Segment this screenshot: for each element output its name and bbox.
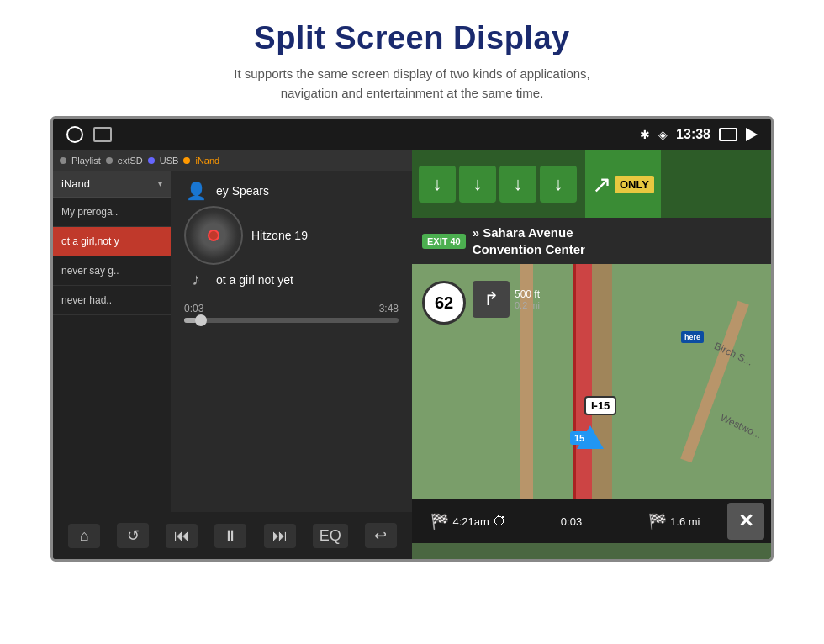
exit-badge: EXIT 40	[422, 234, 466, 249]
music-player-panel: Playlist extSD USB iNand iNand ▾ My prer…	[53, 150, 412, 559]
artist-row: 👤 ey Spears	[184, 181, 399, 201]
page-subtitle: It supports the same screen display of t…	[17, 65, 807, 103]
navigation-panel: ↓ ↓ ↓ ↓ ↗ ONLY EXIT 40 » Sahara AvenueCo…	[412, 150, 771, 559]
i15-value: 15	[574, 433, 584, 443]
travel-time-value: 0:03	[561, 515, 582, 528]
nav-destination: » Sahara AvenueConvention Center	[473, 224, 585, 257]
device-frame: ✱ ◈ 13:38 Playlist extSD USB iNand	[50, 116, 774, 562]
status-right: ✱ ◈ 13:38	[640, 127, 758, 142]
nav-arrow-4: ↓	[540, 166, 577, 203]
location-icon: ◈	[658, 128, 668, 141]
map-label-west: Westwo...	[718, 412, 763, 441]
nav-close-button[interactable]: ✕	[727, 503, 764, 540]
eq-button[interactable]: EQ	[313, 524, 348, 548]
highway-label: I-15	[591, 399, 610, 412]
playlist-sidebar: iNand ▾ My preroga.. ot a girl,not y nev…	[53, 171, 171, 512]
source-selector[interactable]: iNand ▾	[53, 171, 171, 198]
status-time: 13:38	[676, 127, 710, 142]
player-controls-area: 👤 ey Spears Hitzone 19	[171, 171, 412, 512]
arrival-time-value: 4:21am	[452, 515, 489, 528]
progress-section: 0:03 3:48	[184, 303, 399, 323]
track-album: Hitzone 19	[251, 229, 308, 242]
turn-total-dist: 0.2 mi	[515, 300, 540, 310]
inand-label[interactable]: iNand	[195, 156, 219, 166]
source-selector-label: iNand	[61, 177, 90, 190]
extsd-dot	[106, 157, 113, 164]
i15-badge: 15	[570, 431, 589, 445]
nav-exit-banner: EXIT 40 » Sahara AvenueConvention Center	[412, 218, 771, 264]
music-icon: ♪	[184, 270, 208, 289]
nav-top-banner: ↓ ↓ ↓ ↓ ↗ ONLY	[412, 150, 771, 218]
here-logo: here	[681, 331, 704, 343]
nav-remaining-dist: 🏁 1.6 mi	[625, 512, 724, 531]
nav-travel-time: 0:03	[521, 515, 621, 528]
turn-distance-ft: 500 ft	[515, 288, 540, 300]
back-button[interactable]: ↩	[365, 523, 397, 548]
remaining-dist-value: 1.6 mi	[670, 515, 700, 528]
playlist-dot	[60, 157, 66, 164]
playlist-item-3[interactable]: never say g..	[53, 256, 171, 286]
pause-button[interactable]: ⏸	[214, 524, 246, 548]
turn-distance: 500 ft 0.2 mi	[515, 288, 540, 310]
playlist-item-1[interactable]: My preroga..	[53, 198, 171, 227]
map-road-1	[592, 264, 612, 499]
repeat-button[interactable]: ↺	[117, 523, 149, 548]
playlist-label[interactable]: Playlist	[71, 156, 101, 166]
nav-bottom-bar: 🏁 4:21am ⏱ 0:03 🏁 1.6 mi ✕	[412, 499, 771, 543]
extsd-label[interactable]: extSD	[118, 156, 143, 166]
image-icon	[93, 127, 112, 142]
nav-arrow-2: ↓	[459, 166, 496, 203]
progress-times: 0:03 3:48	[184, 303, 399, 314]
clock-icon: ⏱	[493, 514, 506, 529]
circle-icon	[66, 126, 83, 143]
track-artist: ey Spears	[216, 184, 269, 198]
usb-dot	[148, 157, 155, 164]
flag-end-icon: 🏁	[648, 512, 667, 531]
screen-icon	[719, 128, 737, 141]
disc-icon	[184, 206, 243, 265]
turn-icon: ↱	[473, 281, 510, 318]
page-title: Split Screen Display	[17, 20, 807, 56]
status-left	[66, 126, 112, 143]
page-header: Split Screen Display It supports the sam…	[0, 0, 824, 116]
highway-badge: I-15	[584, 396, 616, 415]
title-row: ♪ ot a girl not yet	[184, 270, 399, 289]
progress-bar[interactable]	[184, 318, 399, 323]
usb-label[interactable]: USB	[160, 156, 179, 166]
bluetooth-icon: ✱	[640, 128, 650, 141]
nav-arrival-time: 🏁 4:21am ⏱	[419, 512, 518, 531]
time-elapsed: 0:03	[184, 303, 203, 314]
flag-start-icon: 🏁	[430, 512, 449, 531]
playlist-item-4[interactable]: never had..	[53, 286, 171, 315]
speed-limit-value: 62	[435, 293, 453, 313]
split-content: Playlist extSD USB iNand iNand ▾ My prer…	[53, 150, 771, 559]
album-row: Hitzone 19	[184, 206, 399, 265]
nav-direction-arrow: ↗	[592, 171, 611, 198]
nav-arrow-1: ↓	[419, 166, 456, 203]
next-button[interactable]: ⏭	[264, 524, 296, 548]
only-badge: ONLY	[615, 176, 654, 193]
player-main: iNand ▾ My preroga.. ot a girl,not y nev…	[53, 171, 412, 512]
chevron-down-icon: ▾	[158, 179, 162, 188]
status-bar: ✱ ◈ 13:38	[53, 119, 771, 150]
nav-only-section: ↗ ONLY	[584, 150, 661, 218]
time-total: 3:48	[379, 303, 399, 314]
transport-bar: ⌂ ↺ ⏮ ⏸ ⏭ EQ ↩	[53, 512, 412, 559]
map-road-diag	[680, 301, 749, 463]
track-title: ot a girl not yet	[216, 273, 293, 287]
nav-arrows-section: ↓ ↓ ↓ ↓	[412, 150, 584, 218]
person-icon: 👤	[184, 181, 208, 201]
inand-dot	[183, 157, 190, 164]
speed-limit-badge: 62	[422, 281, 466, 325]
back-icon	[746, 128, 758, 141]
map-area: 62 ↱ 500 ft 0.2 mi here I-15 15	[412, 264, 771, 499]
progress-thumb	[195, 314, 207, 326]
playlist-item-2[interactable]: ot a girl,not y	[53, 227, 171, 256]
home-button[interactable]: ⌂	[68, 524, 100, 548]
nav-arrow-3: ↓	[499, 166, 536, 203]
prev-button[interactable]: ⏮	[166, 524, 198, 548]
turn-indicator: ↱ 500 ft 0.2 mi	[473, 281, 540, 318]
source-bar: Playlist extSD USB iNand	[53, 150, 412, 171]
